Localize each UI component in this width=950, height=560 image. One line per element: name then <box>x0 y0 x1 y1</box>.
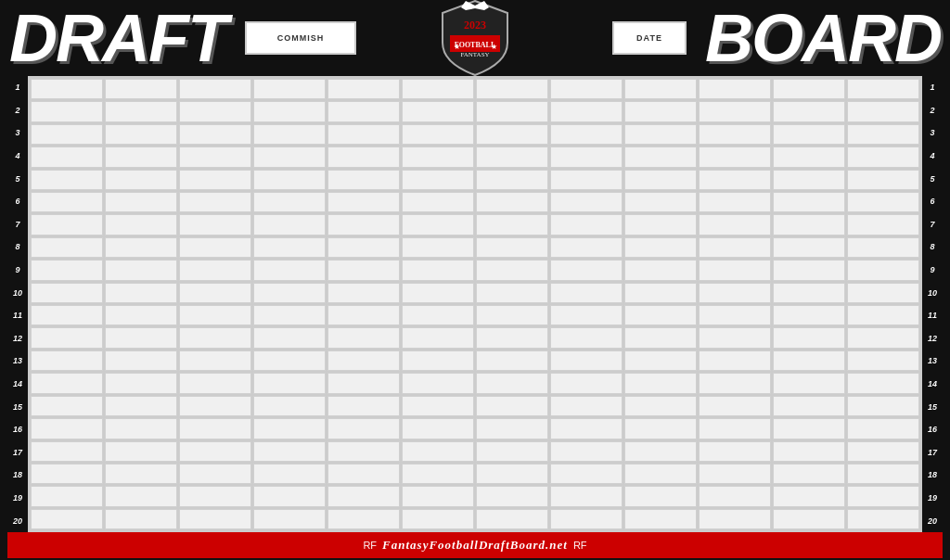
grid-cell[interactable] <box>847 441 919 462</box>
grid-cell[interactable] <box>105 418 177 439</box>
grid-cell[interactable] <box>105 79 177 99</box>
grid-cell[interactable] <box>624 192 697 212</box>
grid-cell[interactable] <box>550 396 623 416</box>
grid-cell[interactable] <box>327 79 400 99</box>
grid-cell[interactable] <box>847 373 919 393</box>
grid-cell[interactable] <box>402 192 474 212</box>
grid-cell[interactable] <box>773 509 845 529</box>
grid-cell[interactable] <box>31 486 103 506</box>
grid-cell[interactable] <box>105 486 177 506</box>
grid-cell[interactable] <box>476 327 548 348</box>
grid-cell[interactable] <box>550 441 623 462</box>
grid-cell[interactable] <box>550 192 623 212</box>
grid-cell[interactable] <box>624 305 697 325</box>
grid-cell[interactable] <box>327 283 400 303</box>
grid-cell[interactable] <box>550 486 623 506</box>
grid-cell[interactable] <box>327 486 400 506</box>
grid-cell[interactable] <box>179 260 251 280</box>
grid-cell[interactable] <box>327 170 400 190</box>
grid-cell[interactable] <box>476 441 548 462</box>
grid-cell[interactable] <box>179 509 251 529</box>
grid-cell[interactable] <box>31 214 103 235</box>
grid-cell[interactable] <box>847 124 919 145</box>
grid-cell[interactable] <box>476 283 548 303</box>
grid-cell[interactable] <box>31 350 103 371</box>
grid-cell[interactable] <box>402 373 474 393</box>
grid-cell[interactable] <box>699 260 771 280</box>
grid-cell[interactable] <box>847 396 919 416</box>
grid-cell[interactable] <box>31 396 103 416</box>
grid-cell[interactable] <box>624 418 697 439</box>
grid-cell[interactable] <box>624 396 697 416</box>
grid-cell[interactable] <box>550 214 623 235</box>
grid-cell[interactable] <box>699 327 771 348</box>
grid-cell[interactable] <box>847 464 919 484</box>
grid-cell[interactable] <box>179 237 251 258</box>
grid-cell[interactable] <box>402 146 474 167</box>
grid-cell[interactable] <box>327 192 400 212</box>
grid-cell[interactable] <box>699 237 771 258</box>
grid-cell[interactable] <box>476 350 548 371</box>
grid-cell[interactable] <box>550 124 623 145</box>
grid-cell[interactable] <box>624 327 697 348</box>
grid-cell[interactable] <box>476 305 548 325</box>
grid-cell[interactable] <box>31 464 103 484</box>
grid-cell[interactable] <box>105 373 177 393</box>
grid-cell[interactable] <box>476 101 548 121</box>
grid-cell[interactable] <box>179 283 251 303</box>
grid-cell[interactable] <box>253 441 326 462</box>
grid-cell[interactable] <box>550 350 623 371</box>
grid-cell[interactable] <box>179 373 251 393</box>
grid-cell[interactable] <box>699 373 771 393</box>
grid-cell[interactable] <box>402 124 474 145</box>
grid-cell[interactable] <box>624 509 697 529</box>
grid-cell[interactable] <box>327 441 400 462</box>
grid-cell[interactable] <box>847 170 919 190</box>
grid-cell[interactable] <box>105 101 177 121</box>
grid-cell[interactable] <box>476 124 548 145</box>
grid-cell[interactable] <box>476 237 548 258</box>
grid-cell[interactable] <box>847 214 919 235</box>
grid-cell[interactable] <box>773 305 845 325</box>
grid-cell[interactable] <box>699 192 771 212</box>
grid-cell[interactable] <box>179 101 251 121</box>
grid-cell[interactable] <box>847 101 919 121</box>
grid-cell[interactable] <box>105 441 177 462</box>
grid-cell[interactable] <box>31 192 103 212</box>
grid-cell[interactable] <box>253 418 326 439</box>
grid-cell[interactable] <box>253 373 326 393</box>
grid-cell[interactable] <box>31 509 103 529</box>
grid-cell[interactable] <box>699 79 771 99</box>
grid-cell[interactable] <box>847 350 919 371</box>
grid-cell[interactable] <box>327 101 400 121</box>
grid-cell[interactable] <box>327 327 400 348</box>
grid-cell[interactable] <box>550 170 623 190</box>
grid-cell[interactable] <box>31 441 103 462</box>
grid-cell[interactable] <box>179 441 251 462</box>
grid-cell[interactable] <box>624 124 697 145</box>
grid-cell[interactable] <box>179 192 251 212</box>
grid-cell[interactable] <box>773 373 845 393</box>
grid-cell[interactable] <box>773 283 845 303</box>
grid-cell[interactable] <box>624 283 697 303</box>
grid-cell[interactable] <box>402 79 474 99</box>
grid-cell[interactable] <box>402 396 474 416</box>
grid-cell[interactable] <box>550 464 623 484</box>
grid-cell[interactable] <box>31 283 103 303</box>
grid-cell[interactable] <box>476 464 548 484</box>
grid-cell[interactable] <box>550 260 623 280</box>
grid-cell[interactable] <box>105 192 177 212</box>
grid-cell[interactable] <box>327 237 400 258</box>
grid-cell[interactable] <box>476 170 548 190</box>
grid-cell[interactable] <box>402 350 474 371</box>
grid-cell[interactable] <box>847 283 919 303</box>
grid-cell[interactable] <box>847 237 919 258</box>
grid-cell[interactable] <box>699 146 771 167</box>
grid-cell[interactable] <box>105 170 177 190</box>
grid-cell[interactable] <box>327 305 400 325</box>
grid-cell[interactable] <box>327 124 400 145</box>
grid-cell[interactable] <box>476 396 548 416</box>
grid-cell[interactable] <box>327 146 400 167</box>
grid-cell[interactable] <box>624 486 697 506</box>
grid-cell[interactable] <box>773 260 845 280</box>
